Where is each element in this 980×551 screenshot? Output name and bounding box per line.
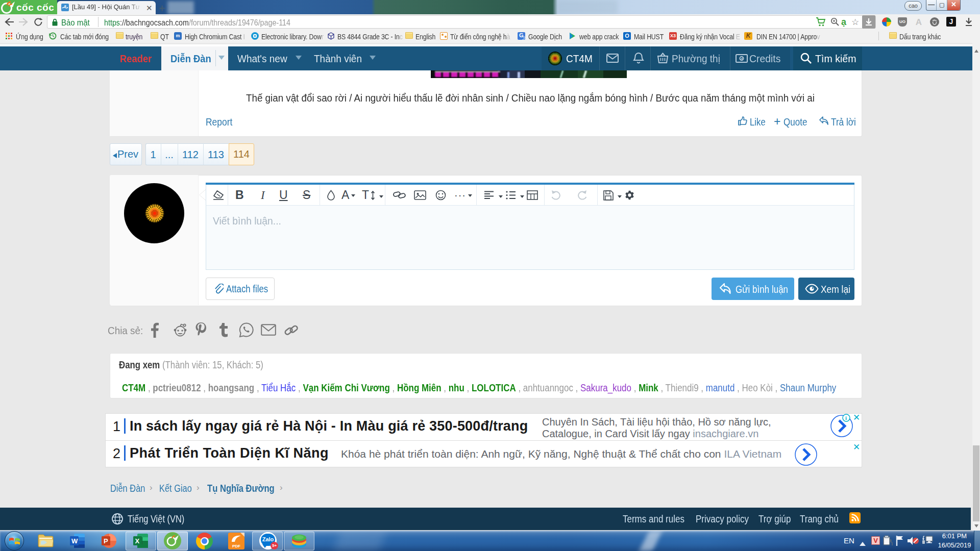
- svg-text:X: X: [135, 537, 140, 545]
- svg-text:i: i: [845, 415, 847, 421]
- svg-text:W: W: [71, 537, 78, 545]
- svg-text:đ: đ: [741, 57, 743, 61]
- svg-text:P: P: [104, 537, 108, 545]
